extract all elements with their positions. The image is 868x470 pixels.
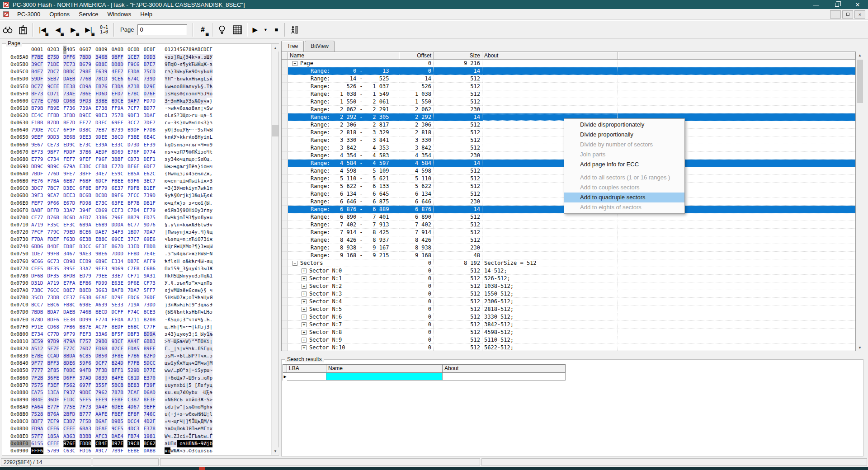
menu-help[interactable]: Help bbox=[136, 9, 157, 19]
tree-row-range[interactable]: Range: 6 890 - 7 4016 890512 bbox=[282, 213, 855, 221]
start-button[interactable]: ▶ bbox=[249, 22, 261, 38]
hex-row[interactable]: 0x06F0BABFDFFD33A7394FCD69CEF3C7B4EF79еї… bbox=[2, 207, 271, 214]
invert-bits-button[interactable]: 0→11→0 bbox=[96, 22, 112, 38]
context-menu-item[interactable]: Divide proportionally bbox=[564, 130, 684, 140]
tree-row-sector[interactable]: +Sector N:0051214-512; bbox=[282, 267, 855, 275]
scroll-down-icon[interactable]: ▼ bbox=[856, 344, 863, 351]
hex-row[interactable]: 0x07207FCF779C79EDBCE6DAE734F31BD77DA7|П… bbox=[2, 229, 271, 236]
hex-row[interactable]: 0x0670EF739BF7FDDF37B6AEDF8D69E76FD774пs… bbox=[2, 149, 271, 156]
task-icon[interactable] bbox=[3, 11, 9, 17]
tree-row-sector[interactable]: +Sector N:905125110-512; bbox=[282, 336, 855, 344]
collapse-icon[interactable]: − bbox=[292, 261, 297, 266]
hex-row[interactable]: 0x07501DE799FB34679AE39BE67DDDFFBD7E4E.з… bbox=[2, 250, 271, 258]
context-menu-item[interactable]: Divide disproportionately bbox=[564, 120, 684, 130]
tree-row-sector[interactable]: +Sector N:405122306-512; bbox=[282, 298, 855, 306]
hex-row[interactable]: 0x05E0DC779CEEEE38CD9AEB76F3DAA71BD29EЬw… bbox=[2, 83, 271, 90]
hex-row[interactable]: 0x05D059DF5EB7DAEB776B78CD9CE6674C739DYЯ… bbox=[2, 75, 271, 83]
column-name[interactable]: Name bbox=[288, 52, 399, 60]
hex-row[interactable]: 0x0690DB9C9B9C679AE3BCCFB8E77DBF6F6DF7Ыњ… bbox=[2, 163, 271, 170]
tree-row-sectors[interactable]: −Sectors08 192SectorSize = 512 bbox=[282, 259, 855, 267]
tree-row-range[interactable]: Range: 2 062 - 2 2912 062230 bbox=[282, 106, 855, 113]
scroll-down-icon[interactable]: ▼ bbox=[272, 447, 279, 455]
expand-icon[interactable]: + bbox=[302, 291, 307, 296]
hex-row[interactable]: 0x0680E779C734FEF79FEFF96F3BBFCD73DEF1зу… bbox=[2, 156, 271, 163]
hex-row[interactable]: 0x08E057F7185AA363B3BBAFC3DAE4FB741981Wч… bbox=[2, 433, 271, 440]
hex-row[interactable]: 0x06E0FEF79F66E67DFD98E73C63FEBF7BDB1Fюч… bbox=[2, 200, 271, 207]
tree-row-sector[interactable]: +Sector N:1005125622-512; bbox=[282, 344, 855, 351]
tab-bitview[interactable]: BitView bbox=[305, 41, 335, 52]
context-menu-item[interactable]: Add to all sectors (1 or 16 ranges ) bbox=[564, 173, 684, 183]
translate-button[interactable] bbox=[214, 22, 230, 38]
hex-row[interactable]: 0x06509EEF9DD33E6B9EE39DEE38CDF3BE6E4Cћп… bbox=[2, 134, 271, 141]
tree-row-range[interactable]: Range: 7 402 - 7 9137 402512 bbox=[282, 221, 855, 229]
hex-row[interactable]: 0x0710A719F35CEF3C6B9AE6B9DDDA6C779D76§.… bbox=[2, 221, 271, 229]
context-menu-item[interactable]: Join parts bbox=[564, 150, 684, 160]
tree-vertical-scrollbar[interactable]: ▲ ▼ bbox=[856, 52, 863, 351]
hex-row[interactable]: 0x05B039CF71DE7E73B6796B8EDB8DF9C6B7E79П… bbox=[2, 61, 271, 68]
tree-row-range[interactable]: Range: 14 - 52514512 bbox=[282, 75, 855, 83]
tree-row-range[interactable]: Range: 9 168 - 9 2159 16848 bbox=[282, 252, 855, 259]
hex-vertical-scrollbar[interactable]: ▲ ▼ bbox=[271, 44, 278, 455]
mdi-restore-button[interactable] bbox=[842, 10, 853, 19]
save-button[interactable] bbox=[15, 22, 31, 38]
context-menu-item[interactable]: Add to eights of sectors bbox=[564, 202, 684, 212]
start-options-button[interactable]: ▼ bbox=[261, 22, 270, 38]
hex-row[interactable]: 0x08C0BBF77EF9E3D77F5DB6AFD9B5DCC44D2F»ч… bbox=[2, 418, 271, 425]
expand-icon[interactable]: + bbox=[302, 345, 307, 350]
prev-page-button[interactable]: ◀≣ bbox=[50, 22, 66, 38]
tree-row-sector[interactable]: +Sector N:205121038-512; bbox=[282, 282, 855, 290]
hex-row[interactable]: 0x06B0FE76F7BA6EB7F6BF6DCFFBEE69F63EC7юч… bbox=[2, 178, 271, 185]
expand-icon[interactable]: + bbox=[302, 338, 307, 343]
hex-row[interactable]: 0x08A0FA64E77F775E7F739A4F6DEE4D679EFFъd… bbox=[2, 404, 271, 411]
menu-windows[interactable]: Windows bbox=[103, 9, 136, 19]
hex-row[interactable]: 0x0890BB4E36DFF1DC5FF5EFE9EEBFC3B78F3E»N… bbox=[2, 396, 271, 404]
expand-icon[interactable]: + bbox=[302, 299, 307, 304]
hex-row[interactable]: 0x08607F2B36FED6FF37ADD839B4FEC81DE370|+… bbox=[2, 375, 271, 382]
hex-row[interactable]: 0x085077772F85F0DE94FD7F3DBFF1529DD77Eww… bbox=[2, 367, 271, 374]
hex-row[interactable]: 0x08103E5997D9479AF75729B093CFAA4F6BB3>Y… bbox=[2, 338, 271, 345]
tree-row-range[interactable]: Range: 1 038 - 1 5491 038512 bbox=[282, 90, 855, 98]
close-button[interactable]: ✕ bbox=[847, 0, 868, 9]
tree-row-sector[interactable]: +Sector N:605123330-512; bbox=[282, 313, 855, 321]
tab-tree[interactable]: Tree bbox=[281, 41, 304, 52]
hex-row[interactable]: 0x06609E67CE73ED9CE73CE39AE33CD73DEF39ћg… bbox=[2, 141, 271, 149]
menu-service[interactable]: Service bbox=[74, 9, 103, 19]
expand-icon[interactable]: + bbox=[302, 268, 307, 273]
expand-icon[interactable]: + bbox=[302, 276, 307, 281]
hex-dump[interactable]: 000102030405060708090A0B0C0D0E0F01234567… bbox=[2, 46, 271, 454]
context-menu-item[interactable]: Add to couples sectors bbox=[564, 183, 684, 193]
menu-pc3000[interactable]: PC-3000 bbox=[13, 9, 45, 19]
context-menu-item[interactable]: Add page info for ECC bbox=[564, 160, 684, 169]
column-offset[interactable]: Offset bbox=[399, 52, 434, 60]
hex-row[interactable]: 0x0600C77EC76DCD6B9FD333BEB9CE9AF7FD7DЗ~… bbox=[2, 98, 271, 105]
scroll-up-icon[interactable]: ▲ bbox=[272, 44, 279, 52]
tree-row-range[interactable]: Range: 1 550 - 2 0611 550512 bbox=[282, 98, 855, 106]
hex-row[interactable]: 0x08707575F3EFF562697F355F5BCBBE83F39Fuu… bbox=[2, 382, 271, 389]
hex-row[interactable]: 0x0700CF77D76BBC6DAFD733B6796FBB79ED75Пw… bbox=[2, 214, 271, 221]
hex-row[interactable]: 0x05A0F7BEE75DDFF67BDD346B9BFF1CE7D9D3чs… bbox=[2, 54, 271, 61]
minimize-button[interactable]: — bbox=[806, 0, 826, 9]
collapse-icon[interactable]: − bbox=[292, 61, 297, 66]
hex-row[interactable]: 0x0820A5125F7FE77C76D7FD6B07CFEDA5B9FFГ.… bbox=[2, 345, 271, 352]
context-menu-item[interactable]: Divide by number of sectors bbox=[564, 140, 684, 150]
hex-row[interactable]: 0x08409F77BFF38DE659F69CF7B24DF7FB5DCCцw… bbox=[2, 360, 271, 367]
hex-row[interactable]: 0x05F0BF73CD7173AE7B6EFD6DEFD7E7BCD76Fis… bbox=[2, 90, 271, 98]
hex-row[interactable]: 0x0800E734C77D9F79FEF333A6BF5FDBF3BD9Aз4… bbox=[2, 331, 271, 338]
hex-row[interactable]: 0x06A07BDF776D9FE73BFF34E7E59CEB5AE62C{Я… bbox=[2, 170, 271, 178]
column-about[interactable]: About bbox=[482, 52, 618, 60]
tree-row-range[interactable]: Range: 8 938 - 9 1678 938230 bbox=[282, 244, 855, 252]
hex-row[interactable]: 0x0770CFF5BF35395F33A79FF39D69C7FBC6B6Пх… bbox=[2, 265, 271, 273]
expand-icon[interactable]: + bbox=[302, 284, 307, 289]
tree-row-range[interactable]: Range: 526 - 1 037526512 bbox=[282, 83, 855, 90]
tree-row-page[interactable]: −Page09 216 bbox=[282, 60, 855, 67]
hex-row[interactable]: 0x07E0B78DBDF6EE3BDD99F774FFDAA711B20B·Ќ… bbox=[2, 316, 271, 324]
hex-row[interactable]: 0x07406BD6B4DFED8FD3CC6F3FB67D33EDFBDBkЦ… bbox=[2, 243, 271, 250]
hex-row[interactable]: 0x0610B79BFB9EF736739AE738FF9A7CF7BD77·>… bbox=[2, 105, 271, 112]
hex-row[interactable]: 0x08F06155CFFF976FFDDBCB4EB97E39C8BC62aU… bbox=[2, 440, 271, 447]
hex-row[interactable]: 0x08D0FD9ACEF6CFFE6BA3DFAF9CE54DC3E378зљ… bbox=[2, 425, 271, 432]
hex-row[interactable]: 0x05C0B4E77DC7DBDC798EE6394FF7F3DA75CDгз… bbox=[2, 68, 271, 75]
tree-row-sector[interactable]: +Sector N:10512526-512; bbox=[282, 275, 855, 282]
tree-row-sector[interactable]: +Sector N:705123842-512; bbox=[282, 321, 855, 329]
hex-row[interactable]: 0x07D07BDBBDA7DAEB746BBECDDCFFF74C8CE3{Ы… bbox=[2, 309, 271, 316]
search-column-about[interactable]: About bbox=[443, 364, 566, 373]
